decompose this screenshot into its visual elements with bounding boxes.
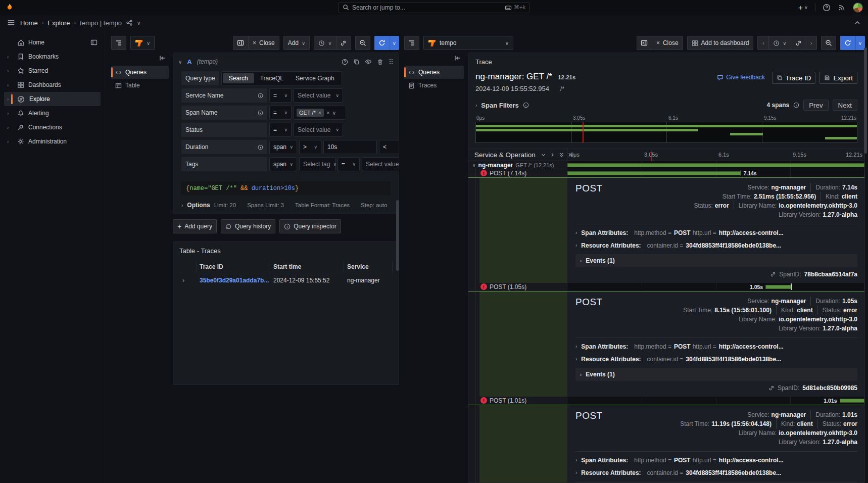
trace-id-button[interactable]: Trace ID — [772, 72, 816, 84]
menu-icon[interactable] — [7, 19, 15, 27]
give-feedback-link[interactable]: Give feedback — [717, 74, 765, 81]
expand-one-icon[interactable] — [550, 152, 555, 158]
service-name-operator-select[interactable]: =∨ — [269, 88, 292, 103]
span-row-post-1[interactable]: ! POST (7.14s) 7.14s — [468, 169, 864, 177]
sidebar-item-bookmarks[interactable]: › Bookmarks — [4, 50, 101, 64]
run-query-options-button[interactable]: ∨ — [855, 36, 865, 50]
close-pane-button[interactable]: ×Close — [248, 36, 279, 50]
datasource-picker[interactable]: ∨ — [130, 36, 155, 50]
query-help-icon[interactable] — [342, 59, 348, 65]
query-history-button[interactable]: Query history — [221, 219, 275, 233]
span-bar[interactable] — [765, 285, 791, 289]
events-toggle[interactable]: › Events (1) — [575, 254, 857, 267]
breadcrumb-home[interactable]: Home — [20, 19, 38, 27]
minimap-canvas[interactable] — [475, 122, 857, 143]
sidebar-item-home[interactable]: Home — [4, 35, 101, 50]
time-shift-forward-button[interactable]: › — [806, 36, 817, 50]
collapse-left-icon[interactable] — [159, 55, 166, 62]
span-attributes-toggle[interactable]: › Span Attributes: http.method =POSThttp… — [575, 226, 857, 239]
span-row-post-3[interactable]: ! POST (1.01s) 1.01s — [468, 397, 864, 405]
datasource-pane-toggle-button[interactable] — [111, 36, 126, 50]
dock-sidebar-icon[interactable] — [90, 39, 98, 46]
right-nav-queries[interactable]: Queries — [404, 66, 464, 79]
span-name-chip[interactable]: GET /*× — [297, 109, 324, 117]
tags-value-select[interactable]: Select value — [362, 157, 399, 171]
chevron-right-icon[interactable]: › — [7, 96, 13, 102]
right-pane-scrollbar[interactable] — [864, 47, 867, 154]
span-row-root[interactable]: ∨ ng-manager GET /* (12.21s) — [468, 161, 864, 169]
split-pane-button[interactable] — [233, 36, 248, 50]
disable-query-eye-icon[interactable] — [365, 58, 372, 65]
duplicate-query-icon[interactable] — [353, 59, 360, 65]
span-filters-label[interactable]: Span Filters — [481, 102, 518, 109]
drag-handle-icon[interactable] — [389, 58, 394, 65]
datasource-pane-toggle-button[interactable] — [404, 36, 419, 50]
chevron-down-icon[interactable]: ∨ — [137, 20, 140, 26]
collapse-one-icon[interactable] — [541, 152, 546, 158]
chevron-right-icon[interactable]: › — [7, 68, 13, 74]
chevron-right-icon[interactable]: › — [7, 125, 13, 130]
col-trace-id[interactable]: Trace ID — [197, 261, 270, 273]
events-toggle[interactable]: › Events (1) — [575, 368, 857, 381]
datasource-picker[interactable]: tempo ∨ — [423, 36, 513, 50]
link-icon[interactable] — [768, 385, 775, 391]
query-type-traceql[interactable]: TraceQL — [254, 73, 290, 83]
zoom-out-button[interactable] — [355, 36, 370, 50]
user-avatar[interactable] — [853, 3, 863, 13]
collapse-left-icon[interactable] — [454, 55, 461, 62]
collapse-up-icon[interactable] — [854, 19, 861, 26]
add-query-button[interactable]: +Add query — [173, 219, 217, 233]
zoom-out-button[interactable] — [821, 36, 836, 50]
sidebar-item-connections[interactable]: › Connections — [4, 120, 101, 134]
prev-span-button[interactable]: Prev — [803, 100, 828, 111]
span-attributes-toggle[interactable]: › Span Attributes: http.method =POSThttp… — [575, 340, 857, 353]
span-name-operator-select[interactable]: =∨ — [269, 106, 292, 120]
help-icon[interactable] — [823, 4, 831, 12]
query-type-service-graph[interactable]: Service Graph — [290, 73, 341, 83]
resource-attributes-toggle[interactable]: › Resource Attributes: container.id =304… — [575, 353, 857, 365]
span-row-post-2[interactable]: ! POST (1.05s) 1.05s — [468, 283, 864, 291]
duration-operator-select[interactable]: >∨ — [299, 140, 321, 154]
time-range-button[interactable]: ∨ — [768, 36, 790, 50]
new-menu-button[interactable]: +∨ — [798, 3, 808, 12]
chevron-right-icon[interactable]: › — [7, 111, 13, 116]
chevron-down-icon[interactable]: ∨ — [178, 59, 182, 65]
right-nav-traces[interactable]: Traces — [404, 79, 464, 92]
service-name-value-select[interactable]: Select value∨ — [294, 88, 343, 103]
chevron-right-icon[interactable]: › — [7, 139, 13, 144]
export-button[interactable]: Export — [819, 72, 857, 84]
clear-value-icon[interactable]: × — [326, 110, 329, 116]
left-nav-queries[interactable]: Queries — [111, 66, 169, 79]
row-expander-icon[interactable]: › — [179, 273, 197, 287]
trace-id-link[interactable]: 35be0f3d29a01adda7b... — [197, 273, 270, 287]
run-query-button[interactable] — [840, 36, 855, 50]
time-shift-back-button[interactable]: ‹ — [757, 36, 768, 50]
time-range-button[interactable]: ∨ — [314, 36, 335, 50]
col-service[interactable]: Service — [344, 261, 393, 273]
duration-value-input[interactable]: 10s — [323, 140, 377, 154]
delete-query-trash-icon[interactable] — [377, 59, 383, 65]
next-span-button[interactable]: Next — [833, 100, 857, 111]
tags-operator-select[interactable]: =∨ — [337, 157, 360, 171]
news-icon[interactable] — [838, 4, 846, 12]
sidebar-item-alerting[interactable]: › Alerting — [4, 106, 101, 120]
add-button[interactable]: Add∨ — [283, 36, 310, 50]
chevron-right-icon[interactable]: › — [7, 82, 13, 88]
resource-attributes-toggle[interactable]: › Resource Attributes: container.id =304… — [575, 466, 857, 479]
run-query-options-button[interactable]: ∨ — [390, 36, 399, 50]
query-inspector-button[interactable]: Query inspector — [279, 219, 341, 233]
split-pane-button[interactable] — [637, 36, 652, 50]
permalink-icon-button[interactable] — [336, 36, 351, 50]
grafana-logo[interactable] — [5, 3, 14, 12]
share-icon[interactable] — [126, 19, 133, 26]
span-bar[interactable] — [567, 163, 864, 167]
query-options-toggle[interactable]: › Options Limit: 20 Spans Limit: 3 Table… — [173, 200, 399, 214]
duration-max-operator-select[interactable]: < — [379, 140, 399, 154]
service-operation-header[interactable]: Service & Operation — [474, 151, 536, 159]
events-toggle[interactable]: › Events (1) — [575, 481, 857, 482]
permalink-icon-button[interactable] — [791, 36, 806, 50]
query-type-search[interactable]: Search — [223, 73, 254, 83]
status-operator-select[interactable]: =∨ — [269, 123, 292, 137]
sidebar-item-starred[interactable]: › Starred — [4, 64, 101, 78]
close-pane-button[interactable]: ×Close — [652, 36, 683, 50]
